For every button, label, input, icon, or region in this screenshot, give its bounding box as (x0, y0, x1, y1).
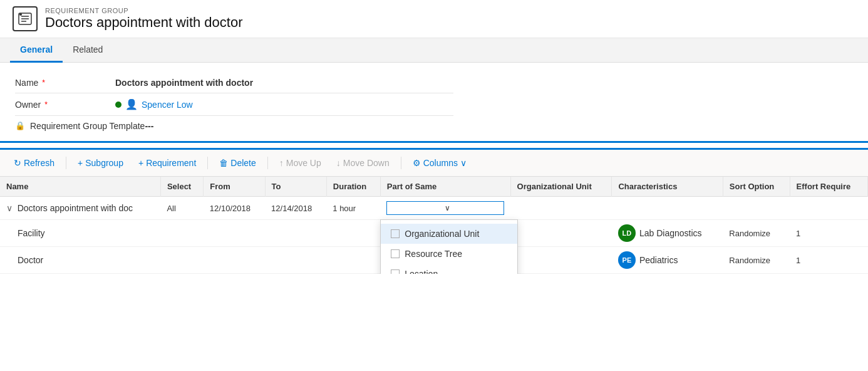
facility-select-cell (160, 220, 203, 247)
header-category: REQUIREMENT GROUP (45, 7, 243, 14)
checkbox-org-unit[interactable] (391, 229, 400, 238)
col-header-from: From (204, 177, 265, 197)
col-header-effort: Effort Require (790, 177, 867, 197)
separator-3 (267, 157, 268, 169)
delete-icon: 🗑 (219, 158, 228, 168)
parent-select-cell: All (160, 197, 203, 220)
name-label: Name * (15, 78, 115, 88)
form-row-template: 🔒 Requirement Group Template --- (15, 116, 453, 136)
refresh-icon: ↻ (14, 158, 21, 168)
expand-icon[interactable]: ∨ (6, 203, 13, 213)
col-header-to: To (265, 177, 326, 197)
subgroup-button[interactable]: + Subgroup (71, 155, 130, 171)
name-required: * (42, 78, 45, 87)
col-header-duration: Duration (326, 177, 380, 197)
table-header-row: Name Select From To Duration Part of Sam… (0, 177, 868, 197)
owner-required: * (44, 100, 48, 109)
facility-org-unit-cell (510, 220, 612, 247)
separator-1 (66, 157, 66, 169)
user-icon: 👤 (125, 98, 138, 110)
separator-2 (207, 157, 208, 169)
columns-chevron-icon: ∨ (460, 158, 467, 168)
form-row-owner: Owner * 👤 Spencer Low (15, 93, 453, 116)
header-title: Doctors appointment with doctor (45, 14, 243, 31)
parent-org-unit-cell (510, 197, 612, 220)
facility-char-content: LD Lab Diagnostics (618, 224, 716, 242)
facility-effort-cell: 1 (790, 220, 867, 247)
form-section: Name * Doctors appointment with doctor O… (0, 63, 868, 143)
header-icon (13, 6, 38, 31)
facility-sort-cell: Randomize (723, 220, 790, 247)
move-down-button[interactable]: ↓ Move Down (330, 155, 396, 171)
doctor-name-cell: Doctor (0, 247, 160, 274)
facility-from-cell (204, 220, 265, 247)
facility-char-label: Lab Diagnostics (639, 228, 702, 238)
delete-button[interactable]: 🗑 Delete (213, 155, 262, 171)
col-header-characteristics: Characteristics (612, 177, 723, 197)
data-table: Name Select From To Duration Part of Sam… (0, 177, 868, 274)
requirement-button[interactable]: + Requirement (132, 155, 202, 171)
requirement-plus-icon: + (138, 158, 143, 168)
lock-icon: 🔒 (15, 121, 25, 130)
dropdown-item-org-unit[interactable]: Organizational Unit (381, 224, 517, 244)
owner-name: Spencer Low (142, 100, 193, 110)
columns-button[interactable]: ⚙ Columns ∨ (406, 155, 473, 171)
owner-label: Owner * (15, 100, 115, 110)
facility-duration-cell (326, 220, 380, 247)
checkbox-resource-tree[interactable] (391, 249, 400, 258)
parent-pos-cell: ∨ Organizational Unit Resource Tree (380, 197, 510, 220)
parent-sort-cell (723, 197, 790, 220)
svg-point-4 (19, 13, 22, 16)
parent-name-cell: ∨ Doctors appointment with doc (0, 197, 160, 220)
grid-toolbar: ↻ Refresh + Subgroup + Requirement 🗑 Del… (0, 150, 868, 177)
subgroup-plus-icon: + (78, 158, 83, 168)
header-text: REQUIREMENT GROUP Doctors appointment wi… (45, 7, 243, 31)
pos-dropdown-menu: Organizational Unit Resource Tree Locati… (380, 219, 518, 274)
tab-general[interactable]: General (10, 38, 63, 63)
tabs-bar: General Related (0, 38, 868, 63)
facility-avatar: LD (618, 224, 636, 242)
form-row-name: Name * Doctors appointment with doctor (15, 73, 453, 93)
online-status-dot (115, 102, 121, 108)
doctor-sort-cell: Randomize (723, 247, 790, 274)
doctor-avatar: PE (618, 251, 636, 269)
parent-to-cell: 12/14/2018 (265, 197, 326, 220)
name-value[interactable]: Doctors appointment with doctor (115, 78, 453, 88)
doctor-org-unit-cell (510, 247, 612, 274)
doctor-characteristics-cell: PE Pediatrics (612, 247, 723, 274)
dropdown-item-location[interactable]: Location (381, 264, 517, 274)
table-row: ∨ Doctors appointment with doc All 12/10… (0, 197, 868, 220)
doctor-select-cell (160, 247, 203, 274)
refresh-button[interactable]: ↻ Refresh (8, 155, 61, 171)
doctor-effort-cell: 1 (790, 247, 867, 274)
doctor-char-content: PE Pediatrics (618, 251, 716, 269)
doctor-char-label: Pediatrics (639, 255, 678, 265)
template-label: 🔒 Requirement Group Template (15, 121, 145, 131)
checkbox-location[interactable] (391, 269, 400, 274)
doctor-duration-cell (326, 247, 380, 274)
col-header-name: Name (0, 177, 160, 197)
parent-from-cell: 12/10/2018 (204, 197, 265, 220)
col-header-org-unit: Organizational Unit (510, 177, 612, 197)
separator-4 (401, 157, 401, 169)
facility-name-cell: Facility (0, 220, 160, 247)
parent-effort-cell (790, 197, 867, 220)
facility-to-cell (265, 220, 326, 247)
grid-section: ↻ Refresh + Subgroup + Requirement 🗑 Del… (0, 148, 868, 274)
tab-related[interactable]: Related (63, 38, 113, 63)
columns-filter-icon: ⚙ (413, 158, 421, 168)
doctor-to-cell (265, 247, 326, 274)
move-down-icon: ↓ (336, 158, 341, 168)
app-header: REQUIREMENT GROUP Doctors appointment wi… (0, 0, 868, 38)
template-value: --- (145, 121, 453, 131)
pos-dropdown-trigger[interactable]: ∨ (386, 201, 504, 215)
col-header-sort-option: Sort Option (723, 177, 790, 197)
doctor-from-cell (204, 247, 265, 274)
owner-value[interactable]: 👤 Spencer Low (115, 98, 193, 110)
move-up-button[interactable]: ↑ Move Up (273, 155, 328, 171)
dropdown-item-resource-tree[interactable]: Resource Tree (381, 244, 517, 264)
grid-container: Name Select From To Duration Part of Sam… (0, 177, 868, 274)
move-up-icon: ↑ (279, 158, 284, 168)
col-header-select: Select (160, 177, 203, 197)
col-header-part-of-same: Part of Same (380, 177, 510, 197)
